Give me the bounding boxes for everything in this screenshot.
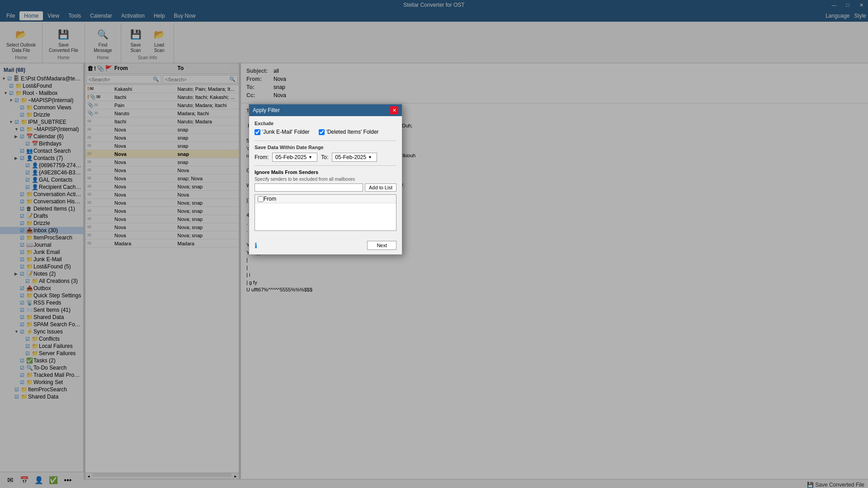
from-date-arrow: ▼ (308, 155, 312, 160)
from-date-label: From: (255, 154, 269, 160)
from-date-dropdown[interactable]: 05-Feb-2025 ▼ (272, 153, 317, 162)
deleted-label: 'Deleted Items' Folder (326, 129, 379, 135)
modal-title: Apply Filter (253, 107, 280, 113)
from-col-label: From (264, 196, 276, 202)
junk-checkbox-row: 'Junk E-Mail' Folder (255, 129, 310, 135)
ignore-mails-label: Ignore Mails From Senders (255, 169, 396, 175)
info-icon[interactable]: ℹ (255, 241, 257, 250)
add-sender-input[interactable] (255, 183, 363, 192)
apply-filter-dialog: Apply Filter ✕ Exclude 'Junk E-Mail' Fol… (249, 104, 402, 255)
date-range-label: Save Data Within Date Range (255, 145, 396, 150)
deleted-checkbox[interactable] (319, 129, 325, 135)
modal-title-bar: Apply Filter ✕ (249, 104, 402, 116)
deleted-checkbox-row: 'Deleted Items' Folder (319, 129, 379, 135)
sender-list-header: From (255, 195, 396, 203)
sender-list-content (255, 203, 396, 230)
divider2 (255, 165, 396, 166)
modal-close-btn[interactable]: ✕ (390, 106, 398, 114)
add-to-list-btn[interactable]: Add to List (365, 183, 396, 192)
divider1 (255, 141, 396, 141)
to-date-label: To: (321, 154, 328, 160)
to-date-value: 05-Feb-2025 (335, 154, 366, 160)
from-date-value: 05-Feb-2025 (275, 154, 307, 160)
from-col-checkbox[interactable] (258, 196, 264, 202)
junk-checkbox[interactable] (255, 129, 260, 135)
modal-footer: ℹ Next (249, 238, 402, 254)
modal-overlay: Apply Filter ✕ Exclude 'Junk E-Mail' Fol… (0, 0, 868, 488)
to-date-dropdown[interactable]: 05-Feb-2025 ▼ (332, 153, 377, 162)
to-date-arrow: ▼ (368, 155, 372, 160)
next-btn[interactable]: Next (367, 241, 396, 250)
junk-label: 'Junk E-Mail' Folder (262, 129, 310, 135)
ignore-desc: Specify senders to be excluded from all … (255, 177, 396, 182)
add-sender-row: Add to List (255, 183, 396, 192)
modal-content: Exclude 'Junk E-Mail' Folder 'Deleted It… (249, 116, 402, 238)
date-range-row: From: 05-Feb-2025 ▼ To: 05-Feb-2025 ▼ (255, 153, 396, 162)
exclude-label: Exclude (255, 121, 396, 126)
sender-list-area: From (255, 194, 396, 231)
